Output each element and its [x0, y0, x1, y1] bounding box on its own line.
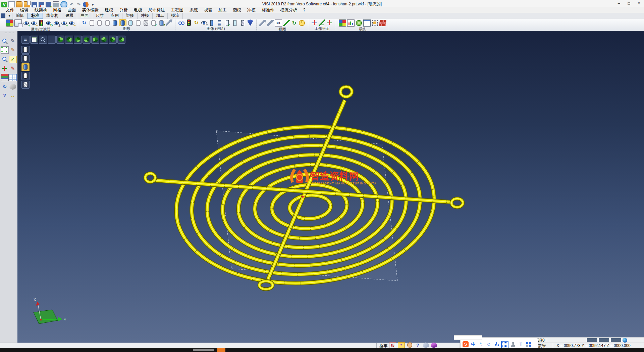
layer-color-3-icon[interactable]: [610, 338, 622, 342]
minimize-window-icon[interactable]: –: [614, 0, 624, 7]
ime-skin-shirt-icon[interactable]: T: [518, 341, 524, 347]
tab-塑膜[interactable]: 塑膜: [122, 13, 138, 19]
view-axes-icon[interactable]: [48, 36, 56, 44]
status-help-icon[interactable]: ?: [415, 342, 421, 348]
advanced-toggle-icon[interactable]: [201, 19, 207, 26]
section-blue-icon[interactable]: [208, 19, 215, 26]
ime-skin-person-icon[interactable]: [510, 341, 516, 347]
menu-网格[interactable]: 网格: [50, 7, 65, 13]
tab-dropdown-caret[interactable]: ▼: [7, 13, 12, 19]
workplane-align-icon[interactable]: [326, 19, 333, 26]
menu-模流分析[interactable]: 模流分析: [277, 7, 300, 13]
section-striped-icon[interactable]: [216, 19, 223, 26]
ime-chinese-mode-icon[interactable]: 中: [470, 341, 476, 347]
confirm-check-icon[interactable]: ✓: [9, 56, 17, 63]
sketch-pen-icon[interactable]: ✎: [9, 46, 16, 53]
shade-shaded-icon[interactable]: [21, 63, 30, 71]
tab-加工[interactable]: 加工: [153, 13, 168, 19]
tab-冲模[interactable]: 冲模: [138, 13, 153, 19]
shaded-edges-mode-icon[interactable]: [119, 19, 126, 26]
ghost-mode-icon[interactable]: [135, 19, 142, 26]
display-settings-icon[interactable]: [166, 19, 172, 26]
menu-分析[interactable]: 分析: [116, 7, 131, 13]
toggle-visibility-icon[interactable]: [53, 20, 60, 26]
system-settings-icon[interactable]: [356, 20, 362, 26]
graphics-viewport[interactable]: 智造资料网 INTELLIGENT MANUFACTURING DATA X Y…: [17, 31, 644, 343]
menu-冲模[interactable]: 冲模: [244, 7, 259, 13]
menu-建模[interactable]: 建模: [102, 7, 116, 13]
ime-punctuation-icon[interactable]: °,: [478, 341, 484, 347]
tab-尺寸[interactable]: 尺寸: [92, 13, 107, 19]
view-tools-alt-icon[interactable]: [267, 20, 274, 26]
shade-hidden-icon[interactable]: [21, 54, 30, 62]
close-window-icon[interactable]: ×: [634, 0, 644, 7]
section-mesh-icon[interactable]: [239, 19, 246, 26]
view-iso-right-icon[interactable]: [83, 36, 91, 44]
transparent-mode-icon[interactable]: [127, 19, 134, 26]
workplane-xyz-icon[interactable]: [311, 19, 318, 26]
menu-曲面[interactable]: 曲面: [65, 7, 79, 13]
clip-plane-icon[interactable]: [247, 19, 254, 26]
view-plane-icon[interactable]: [30, 36, 38, 44]
menu-系统[interactable]: 系统: [186, 7, 201, 13]
hide-entities-icon[interactable]: [31, 20, 37, 26]
view-iso-front-icon[interactable]: [74, 36, 82, 44]
shaded-mode-icon[interactable]: [112, 19, 118, 26]
menu-线架构[interactable]: 线架构: [32, 7, 50, 13]
ime-toolbox-grid-icon[interactable]: [526, 341, 532, 347]
tab-线架构[interactable]: 线架构: [43, 13, 62, 19]
shade-mesh-icon[interactable]: [21, 81, 30, 89]
taskbar-item-gray[interactable]: [193, 349, 214, 351]
curve-edit-icon[interactable]: ✎: [9, 65, 16, 72]
system-chart-icon[interactable]: [347, 19, 355, 27]
ime-emoji-icon[interactable]: ☺: [486, 341, 492, 347]
view-zoom-icon[interactable]: [39, 36, 47, 44]
advanced-view-icon[interactable]: [178, 19, 185, 26]
ime-keyboard-icon[interactable]: [501, 341, 508, 348]
edit-cancel-icon[interactable]: ✎: [9, 38, 16, 44]
maximize-window-icon[interactable]: □: [624, 0, 634, 7]
layer-color-2-icon[interactable]: [598, 338, 609, 342]
help-question-icon[interactable]: ?: [1, 92, 8, 99]
menu-编辑[interactable]: 编辑: [17, 7, 32, 13]
section-light-icon[interactable]: [231, 19, 238, 26]
view-timer-icon[interactable]: [299, 20, 305, 26]
menu-标准件[interactable]: 标准件: [259, 7, 277, 13]
tab-建模[interactable]: 建模: [62, 13, 77, 19]
zoom-search-icon[interactable]: [1, 38, 8, 44]
show-entities-icon[interactable]: [23, 20, 30, 26]
status-workplane-cube-icon[interactable]: [431, 342, 437, 348]
menu-电极[interactable]: 电极: [131, 7, 145, 13]
view-iso-back-icon[interactable]: [91, 36, 99, 44]
menu-?[interactable]: ?: [300, 8, 309, 12]
tab-模流[interactable]: 模流: [168, 13, 183, 19]
advanced-refresh-icon[interactable]: ↻: [193, 19, 200, 26]
view-iso-bottom-icon[interactable]: [100, 36, 108, 44]
sogou-logo-icon[interactable]: S: [463, 341, 469, 347]
tab-标准[interactable]: 标准: [28, 13, 43, 19]
regen-view-icon[interactable]: ↻: [291, 20, 298, 26]
menu-工程图[interactable]: 工程图: [168, 7, 187, 13]
tab-编辑[interactable]: 编辑: [12, 13, 28, 19]
shade-wireframe-icon[interactable]: [21, 46, 30, 54]
grid-window-icon[interactable]: [9, 74, 17, 81]
regenerate-icon[interactable]: ↻: [81, 19, 88, 26]
dynamic-shade-mode-icon[interactable]: [158, 19, 165, 26]
fit-view-icon[interactable]: [1, 46, 9, 54]
hidden-line-dashed-mode-icon[interactable]: [104, 19, 111, 26]
view-iso-top-icon[interactable]: [56, 36, 64, 44]
refresh-model-icon[interactable]: ↻: [1, 83, 8, 90]
layer-palette-icon[interactable]: [1, 74, 9, 81]
solid-cube-icon[interactable]: [9, 83, 16, 90]
tab-应用[interactable]: 应用: [107, 13, 122, 19]
mesh-mode-icon[interactable]: [143, 19, 149, 26]
status-hand-icon[interactable]: [407, 342, 413, 348]
layer-color-1-icon[interactable]: [586, 338, 597, 342]
menu-尺寸标注[interactable]: 尺寸标注: [145, 7, 168, 13]
ime-microphone-icon[interactable]: [493, 341, 499, 347]
view-iso-sw-icon[interactable]: [109, 36, 117, 44]
menu-塑模[interactable]: 塑模: [230, 7, 244, 13]
workplane-edit-icon[interactable]: [319, 19, 325, 26]
menu-实体编辑[interactable]: 实体编辑: [79, 7, 102, 13]
move-axes-icon[interactable]: [1, 65, 8, 72]
